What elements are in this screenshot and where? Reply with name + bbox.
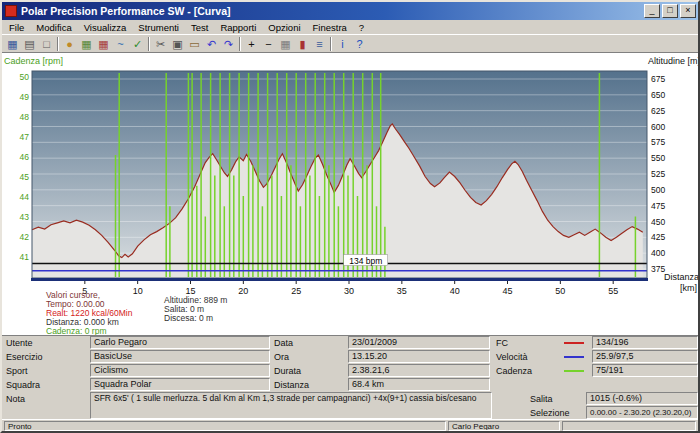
- field-ora[interactable]: 13.15.20: [348, 350, 490, 363]
- svg-text:25: 25: [291, 286, 301, 296]
- svg-text:675: 675: [651, 74, 665, 84]
- paste-icon[interactable]: ▭: [186, 36, 203, 52]
- left-axis-ticks: 50494847464544434241: [20, 72, 30, 262]
- print-preview-icon[interactable]: □: [38, 36, 55, 52]
- x-axis-ticks: 510152025303540455055: [82, 281, 618, 296]
- copy-icon[interactable]: ▣: [169, 36, 186, 52]
- svg-text:42: 42: [20, 232, 30, 242]
- toolbar: ▦▤□●▦▦~✓✂▣▭↶↷+−▦▮≡i?: [2, 34, 698, 52]
- speed-line-swatch: [564, 356, 584, 358]
- zoom-in-icon[interactable]: +: [243, 36, 260, 52]
- svg-text:41: 41: [20, 252, 30, 262]
- label-salita: Salita: [530, 394, 553, 404]
- svg-text:45: 45: [503, 286, 513, 296]
- label-selezione: Selezione: [530, 408, 570, 418]
- svg-text:425: 425: [651, 232, 665, 242]
- menu-item-file[interactable]: File: [3, 21, 30, 34]
- menu-item-test[interactable]: Test: [185, 21, 214, 34]
- svg-text:45: 45: [20, 172, 30, 182]
- curve-icon[interactable]: ~: [112, 36, 129, 52]
- close-button[interactable]: ×: [680, 4, 696, 18]
- app-window: Polar Precision Performance SW - [Curva]…: [0, 0, 700, 433]
- cut-icon[interactable]: ✂: [152, 36, 169, 52]
- svg-text:55: 55: [608, 286, 618, 296]
- zoom-out-icon[interactable]: −: [260, 36, 277, 52]
- label-fc: FC: [496, 338, 508, 348]
- cadence-line-swatch: [564, 370, 584, 372]
- app-icon: [5, 5, 17, 17]
- svg-text:50: 50: [20, 72, 30, 82]
- toolbar-separator: [330, 37, 332, 51]
- svg-text:47: 47: [20, 132, 30, 142]
- svg-text:50: 50: [555, 286, 565, 296]
- person-icon[interactable]: ●: [61, 36, 78, 52]
- status-user: Carlo Pegaro: [448, 421, 560, 431]
- field-salita[interactable]: 1015 (-0.6%): [586, 392, 698, 405]
- title-bar: Polar Precision Performance SW - [Curva]…: [2, 2, 698, 20]
- svg-text:48: 48: [20, 112, 30, 122]
- field-durata[interactable]: 2.38.21,6: [348, 364, 490, 377]
- svg-text:600: 600: [651, 122, 665, 132]
- label-sport: Sport: [6, 366, 28, 376]
- lap-list-icon[interactable]: ≡: [311, 36, 328, 52]
- svg-text:44: 44: [20, 192, 30, 202]
- svg-text:625: 625: [651, 106, 665, 116]
- field-esercizio[interactable]: BasicUse: [90, 350, 270, 363]
- bar-chart-icon[interactable]: ▮: [294, 36, 311, 52]
- field-distanza[interactable]: 68.4 km: [348, 378, 490, 391]
- minimize-button[interactable]: _: [644, 4, 660, 18]
- status-extra: [562, 421, 696, 431]
- grid-icon[interactable]: ▦: [277, 36, 294, 52]
- svg-text:30: 30: [344, 286, 354, 296]
- redo-icon[interactable]: ↷: [220, 36, 237, 52]
- diary-icon[interactable]: ▦: [78, 36, 95, 52]
- x-axis-title: Distanza: [664, 272, 699, 282]
- label-utente: Utente: [6, 338, 33, 348]
- menu-item-strumenti[interactable]: Strumenti: [132, 21, 185, 34]
- field-sport[interactable]: Ciclismo: [90, 364, 270, 377]
- print-icon[interactable]: ▤: [21, 36, 38, 52]
- field-cadenza[interactable]: 75/191: [592, 364, 698, 377]
- svg-text:500: 500: [651, 185, 665, 195]
- summary-descent: Discesa: 0 m: [164, 314, 227, 323]
- field-fc[interactable]: 134/196: [592, 336, 698, 349]
- field-squadra[interactable]: Squadra Polar: [90, 378, 270, 391]
- toolbar-separator: [239, 37, 241, 51]
- toolbar-separator: [57, 37, 59, 51]
- status-bar: Pronto Carlo Pegaro: [2, 419, 698, 431]
- calendar-icon[interactable]: ▦: [95, 36, 112, 52]
- menu-item-opzioni[interactable]: Opzioni: [262, 21, 306, 34]
- menu-item-visualizza[interactable]: Visualizza: [78, 21, 133, 34]
- field-selezione[interactable]: 0.00.00 - 2.30.20 (2.30.20,0): [586, 406, 698, 419]
- help-icon[interactable]: ?: [351, 36, 368, 52]
- label-nota: Nota: [6, 394, 25, 404]
- label-cadenza: Cadenza: [496, 366, 532, 376]
- label-durata: Durata: [274, 366, 301, 376]
- svg-text:134 bpm: 134 bpm: [349, 256, 382, 266]
- x-axis-title-unit: [km]: [680, 283, 697, 293]
- svg-text:525: 525: [651, 169, 665, 179]
- menu-item-help[interactable]: ?: [353, 21, 370, 34]
- info-icon[interactable]: i: [334, 36, 351, 52]
- svg-text:40: 40: [450, 286, 460, 296]
- maximize-button[interactable]: □: [662, 4, 678, 18]
- svg-text:550: 550: [651, 153, 665, 163]
- undo-icon[interactable]: ↶: [203, 36, 220, 52]
- svg-text:575: 575: [651, 137, 665, 147]
- right-axis-ticks: 675650625600575550525500475450425400375: [651, 74, 665, 274]
- status-message: Pronto: [4, 421, 446, 431]
- field-velocita[interactable]: 25.9/97,5: [592, 350, 698, 363]
- menu-item-finestra[interactable]: Finestra: [307, 21, 353, 34]
- svg-text:35: 35: [397, 286, 407, 296]
- menu-item-rapporti[interactable]: Rapporti: [214, 21, 262, 34]
- label-ora: Ora: [274, 352, 289, 362]
- field-nota[interactable]: SFR 6x5' ( 1 sulle merluzza. 5 dal Km al…: [90, 392, 492, 419]
- curve-view: 134 bpm504948474645444342416756506256005…: [2, 52, 698, 335]
- exercise-info-panel: Utente Carlo Pegaro Esercizio BasicUse S…: [2, 335, 698, 419]
- save-icon[interactable]: ▦: [4, 36, 21, 52]
- field-utente[interactable]: Carlo Pegaro: [90, 336, 270, 349]
- svg-text:46: 46: [20, 152, 30, 162]
- field-data[interactable]: 23/01/2009: [348, 336, 490, 349]
- menu-item-modifica[interactable]: Modifica: [30, 21, 77, 34]
- test-icon[interactable]: ✓: [129, 36, 146, 52]
